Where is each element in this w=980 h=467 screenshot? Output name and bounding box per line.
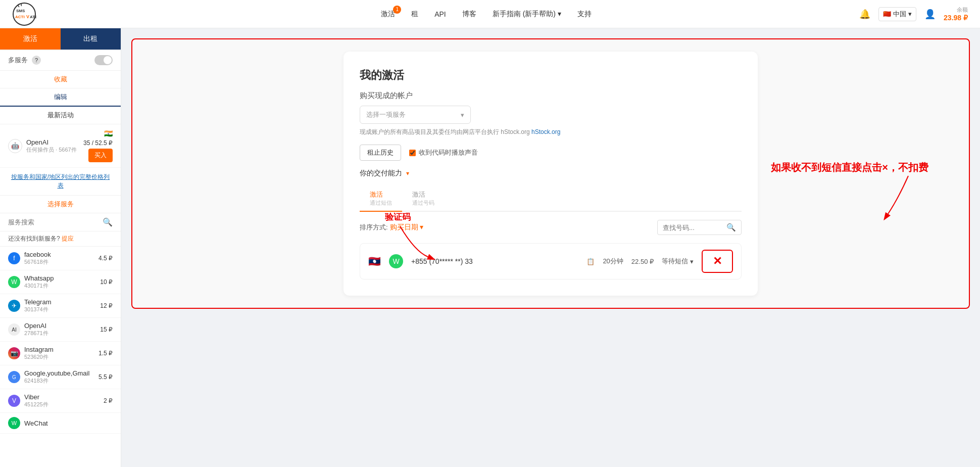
sidebar-favorites[interactable]: 收藏	[0, 71, 121, 88]
instagram-icon: 📷	[8, 347, 20, 359]
activity-flag: 🇮🇳	[104, 129, 113, 137]
openai-icon: AI	[8, 323, 20, 336]
tab-sms[interactable]: 激活 通过短信	[360, 186, 402, 212]
copy-icon[interactable]: 📋	[586, 258, 595, 265]
search-input[interactable]	[8, 218, 99, 226]
svg-text:ATE: ATE	[30, 15, 36, 19]
tab-rent[interactable]: 出租	[61, 28, 121, 50]
header-nav: 激活 1 租 API 博客 新手指南 (新手帮助) ▾ 支持	[113, 10, 859, 19]
select-service-label: 选择服务	[0, 196, 121, 213]
main-content: 我的激活 购买现成的帐户 选择一项服务 ▾ 现成账户的所有商品项目及其委任均由网…	[121, 28, 980, 467]
action-row: 租止历史 收到代码时播放声音	[360, 145, 742, 161]
whatsapp-icon: W	[8, 276, 20, 288]
service-select-box[interactable]: 选择一项服务 ▾	[360, 106, 471, 124]
activation-card: 我的激活 购买现成的帐户 选择一项服务 ▾ 现成账户的所有商品项目及其委任均由网…	[344, 52, 758, 296]
nav-activate[interactable]: 激活 1	[381, 10, 395, 19]
row-actions: ✕	[702, 250, 733, 273]
activity-sub: 任何操作员 · 5667件	[26, 146, 79, 154]
balance-display: 余额 23.98 ₽	[944, 6, 968, 22]
user-icon[interactable]: 👤	[924, 9, 936, 20]
status-badge[interactable]: 等待短信 ▾	[662, 257, 694, 266]
tab-number[interactable]: 激活 通过号码	[402, 186, 445, 212]
nav-blog[interactable]: 博客	[462, 10, 476, 19]
number-search-input[interactable]	[663, 224, 723, 231]
header-right: 🔔 🇨🇳 中国 ▾ 👤 余额 23.98 ₽	[859, 6, 968, 22]
nav-support[interactable]: 支持	[577, 10, 592, 19]
buy-account-label: 购买现成的帐户	[360, 91, 742, 101]
list-item[interactable]: W WeChat	[0, 413, 121, 434]
price-list-link[interactable]: 按服务和国家/地区列出的完整价格列表	[0, 168, 121, 196]
google-icon: G	[8, 371, 20, 383]
logo-area: SMS ACTI V ATE	[12, 2, 113, 26]
svg-text:V: V	[26, 14, 29, 19]
list-item[interactable]: V Viber 451225件 2 ₽	[0, 389, 121, 413]
sidebar: 激活 出租 多服务 ? 收藏 编辑 最新活动 🤖 OpenAI 任何操作员 · …	[0, 28, 121, 467]
activity-name: OpenAI	[26, 138, 79, 146]
nav-rent[interactable]: 租	[411, 10, 418, 19]
suggest-anchor[interactable]: 提应	[62, 235, 74, 242]
recent-activity-label: 最新活动	[0, 107, 121, 124]
status-chevron-icon: ▾	[690, 258, 694, 265]
sort-chevron-icon: ▾	[420, 223, 423, 231]
bell-icon[interactable]: 🔔	[859, 9, 870, 20]
help-badge[interactable]: ?	[32, 56, 41, 65]
list-item[interactable]: 📷 Instagram 523620件 1.5 ₽	[0, 342, 121, 365]
nav-guide[interactable]: 新手指南 (新手帮助) ▾	[493, 10, 561, 19]
sound-checkbox[interactable]	[409, 150, 416, 156]
list-item[interactable]: AI OpenAI 278671件 15 ₽	[0, 318, 121, 342]
activation-row: 🇱🇦 W +855 (70***** **) 33 📋 20分钟 22.50 ₽…	[360, 243, 742, 279]
header: SMS ACTI V ATE 激活 1 租 API 博客 新手指南 (新手帮助)…	[0, 0, 980, 28]
buy-button[interactable]: 买入	[88, 149, 113, 162]
price-info: 22.50 ₽	[631, 258, 654, 265]
list-item[interactable]: ✈ Telegram 301374件 12 ₽	[0, 294, 121, 318]
red-border-container: 我的激活 购买现成的帐户 选择一项服务 ▾ 现成账户的所有商品项目及其委任均由网…	[131, 38, 970, 309]
stock-notice: 现成账户的所有商品项目及其委任均由网店平台执行 hStock.org hStoc…	[360, 128, 742, 136]
activity-info: OpenAI 任何操作员 · 5667件	[26, 138, 79, 154]
sound-checkbox-label[interactable]: 收到代码时播放声音	[409, 148, 478, 157]
time-info: 20分钟	[603, 257, 623, 266]
logo-icon: SMS ACTI V ATE	[12, 2, 36, 26]
list-item[interactable]: W Whatsapp 430171件 10 ₽	[0, 270, 121, 294]
suggest-link: 还没有找到新服务? 提应	[0, 231, 121, 247]
svg-text:ACTI: ACTI	[15, 15, 25, 19]
viber-icon: V	[8, 395, 20, 407]
sidebar-edit[interactable]: 编辑	[0, 88, 121, 107]
history-button[interactable]: 租止历史	[360, 145, 401, 161]
svg-point-0	[13, 3, 35, 25]
lang-flag: 🇨🇳	[883, 10, 891, 18]
list-item[interactable]: G Google,youtube,Gmail 624183件 5.5 ₽	[0, 365, 121, 389]
cancel-button[interactable]: ✕	[702, 250, 733, 273]
annotation-text2-container: 如果收不到短信直接点击×，不扣费	[771, 161, 928, 174]
nav-badge: 1	[393, 6, 401, 14]
openai-activity-icon: 🤖	[8, 139, 22, 153]
language-selector[interactable]: 🇨🇳 中国 ▾	[878, 7, 916, 21]
wechat-icon: W	[8, 417, 20, 429]
payment-chevron-icon[interactable]: ▾	[406, 170, 409, 177]
telegram-icon: ✈	[8, 300, 20, 312]
multi-service-row: 多服务 ?	[0, 50, 121, 71]
service-logo: W	[389, 254, 403, 268]
activation-tabs: 激活 通过短信 激活 通过号码	[360, 186, 742, 212]
number-search-icon[interactable]: 🔍	[726, 223, 736, 232]
multi-service-toggle[interactable]	[94, 55, 113, 65]
sort-link[interactable]: 购买日期	[390, 223, 418, 231]
cancel-x-icon: ✕	[713, 255, 722, 268]
sidebar-tabs: 激活 出租	[0, 28, 121, 50]
annotation-no-sms-text: 如果收不到短信直接点击×，不扣费	[771, 161, 928, 174]
activity-item-openai: 🤖 OpenAI 任何操作员 · 5667件 🇮🇳 35 / 52.5 ₽ 买入	[0, 124, 121, 168]
search-icon[interactable]: 🔍	[103, 217, 113, 227]
number-search: 🔍	[657, 220, 742, 235]
hstock-link[interactable]: hStock.org	[531, 128, 560, 135]
phone-number: +855 (70***** **) 33	[411, 257, 578, 265]
svg-text:SMS: SMS	[16, 9, 25, 13]
annotation-arrow2	[858, 173, 918, 224]
tab-activate[interactable]: 激活	[0, 28, 61, 50]
card-title: 我的激活	[360, 68, 742, 83]
country-flag: 🇱🇦	[368, 255, 381, 267]
select-chevron-icon: ▾	[461, 111, 464, 119]
search-area: 🔍	[0, 213, 121, 231]
nav-api[interactable]: API	[434, 10, 446, 18]
lang-chevron-icon: ▾	[908, 10, 912, 18]
list-item[interactable]: f facebook 567618件 4.5 ₽	[0, 247, 121, 270]
payment-section: 你的交付能力 ▾	[360, 169, 742, 178]
